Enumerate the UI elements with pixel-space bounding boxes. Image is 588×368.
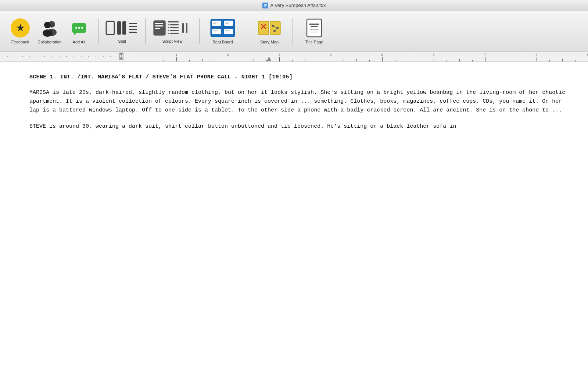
feedback-star-icon: ★ — [11, 18, 30, 38]
svg-rect-28 — [168, 33, 169, 34]
svg-rect-16 — [155, 23, 163, 24]
toolbar: ★ Feedback Collaboration — [0, 11, 588, 52]
collaboration-icon-wrapper — [40, 18, 59, 38]
beat-board-label: Beat Board — [212, 40, 233, 44]
svg-point-7 — [43, 29, 52, 37]
story-map-button[interactable]: Story Map — [253, 18, 286, 44]
svg-rect-25 — [170, 27, 179, 28]
svg-rect-61 — [311, 32, 318, 32]
feedback-button[interactable]: ★ Feedback — [7, 18, 33, 44]
ruler-canvas — [0, 52, 588, 61]
svg-rect-27 — [170, 30, 179, 31]
title-bar: A Very European Affair.fdx — [0, 0, 588, 11]
main-content: SCENE 1. INT. /INT. MARISA'S FLAT / STEV… — [0, 62, 588, 368]
window-title: A Very European Affair.fdx — [270, 3, 326, 8]
split-button[interactable]: Split — [105, 19, 139, 43]
svg-rect-31 — [186, 23, 187, 33]
svg-rect-22 — [168, 24, 169, 25]
svg-rect-46 — [225, 32, 229, 32]
svg-rect-10 — [122, 21, 126, 35]
beat-board-icon-wrapper — [210, 18, 236, 38]
svg-rect-12 — [129, 26, 137, 27]
svg-rect-14 — [129, 32, 137, 33]
feedback-icon-wrapper: ★ — [11, 18, 30, 38]
title-page-icon-wrapper — [305, 18, 323, 38]
svg-rect-17 — [155, 25, 163, 26]
split-icon — [105, 19, 139, 37]
svg-rect-3 — [264, 6, 266, 7]
svg-point-6 — [44, 22, 51, 28]
svg-rect-30 — [182, 23, 184, 33]
svg-rect-8 — [106, 21, 114, 35]
svg-rect-57 — [307, 19, 322, 37]
svg-rect-26 — [168, 30, 169, 31]
split-icon-wrapper — [105, 19, 139, 37]
add-alt-icon — [69, 18, 89, 38]
action-block-1: MARISA is late 20s, dark-haired, slightl… — [29, 88, 566, 115]
title-page-button[interactable]: Title Page — [300, 18, 329, 44]
doc-icon — [262, 3, 268, 8]
toolbar-separator-5 — [293, 18, 293, 44]
svg-rect-2 — [264, 5, 267, 6]
svg-rect-21 — [170, 21, 179, 22]
toolbar-separator-4 — [246, 18, 246, 44]
svg-rect-40 — [225, 23, 229, 24]
svg-rect-37 — [213, 23, 216, 24]
svg-rect-60 — [310, 29, 319, 30]
story-map-icon — [258, 18, 281, 38]
svg-rect-48 — [270, 21, 280, 35]
svg-rect-11 — [129, 23, 137, 24]
add-alt-label: Add Alt — [73, 40, 86, 44]
beat-board-icon — [210, 18, 236, 38]
toolbar-separator-1 — [98, 18, 99, 44]
split-label: Split — [118, 39, 126, 43]
svg-rect-20 — [168, 21, 169, 22]
svg-rect-36 — [213, 22, 218, 22]
svg-rect-39 — [225, 22, 230, 22]
script-view-button[interactable]: Script View — [152, 19, 193, 43]
ruler — [0, 52, 588, 62]
beat-board-button[interactable]: Beat Board — [206, 18, 239, 44]
collaboration-button[interactable]: Collaboration — [37, 18, 62, 44]
svg-rect-59 — [311, 26, 318, 27]
script-view-label: Script View — [162, 39, 183, 43]
feedback-label: Feedback — [11, 40, 29, 44]
title-page-icon — [305, 18, 323, 38]
collaboration-icon — [40, 18, 59, 38]
script-editor[interactable]: SCENE 1. INT. /INT. MARISA'S FLAT / STEV… — [0, 62, 588, 368]
svg-rect-24 — [168, 27, 169, 28]
svg-rect-13 — [129, 29, 137, 30]
script-view-icon — [152, 19, 193, 37]
svg-rect-45 — [225, 30, 230, 31]
svg-rect-34 — [223, 19, 223, 37]
toolbar-separator-3 — [199, 18, 200, 44]
add-alt-button[interactable]: Add Alt — [66, 18, 92, 44]
svg-rect-18 — [155, 28, 160, 29]
title-page-label: Title Page — [305, 40, 323, 44]
story-map-icon-wrapper — [258, 18, 281, 38]
story-map-label: Story Map — [260, 40, 279, 44]
scene-heading: SCENE 1. INT. /INT. MARISA'S FLAT / STEV… — [29, 73, 566, 82]
action-block-2: STEVE is around 30, wearing a dark suit,… — [29, 122, 566, 131]
collaboration-label: Collaboration — [38, 40, 62, 44]
script-view-icon-wrapper — [152, 19, 193, 37]
svg-rect-9 — [117, 21, 121, 35]
add-alt-icon-wrapper — [69, 18, 89, 38]
svg-rect-47 — [258, 21, 269, 35]
toolbar-separator-2 — [145, 18, 146, 44]
svg-rect-42 — [213, 30, 218, 31]
svg-rect-29 — [170, 33, 179, 34]
svg-rect-23 — [170, 24, 179, 25]
svg-rect-58 — [309, 24, 319, 25]
svg-rect-43 — [213, 32, 216, 32]
svg-rect-1 — [264, 4, 267, 5]
